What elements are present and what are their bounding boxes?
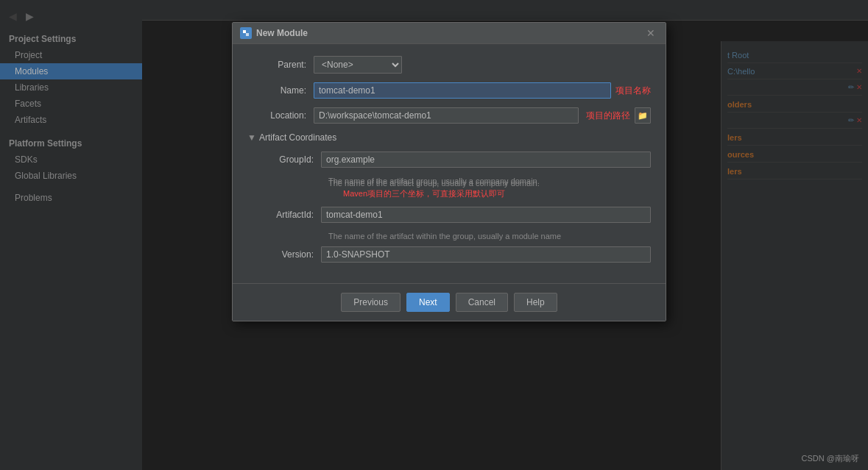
watermark: CSDN @南瑜呀 — [802, 453, 859, 464]
name-input[interactable] — [314, 82, 611, 99]
svg-rect-0 — [243, 30, 246, 33]
name-row: Name: 项目名称 — [247, 82, 651, 99]
svg-rect-1 — [246, 33, 249, 36]
modal-title-left: New Module — [240, 27, 308, 39]
artifactid-input[interactable] — [321, 207, 651, 223]
name-label: Name: — [247, 85, 314, 96]
groupid-hint-text: The name of the artifact group, usually … — [328, 179, 540, 188]
module-icon — [240, 27, 252, 39]
cancel-button[interactable]: Cancel — [456, 293, 508, 312]
version-control — [321, 246, 651, 263]
modal-close-button[interactable]: ✕ — [643, 27, 658, 39]
section-toggle[interactable]: ▼ — [247, 132, 256, 143]
artifact-section-content: GroupId: The name of the artifact group,… — [247, 152, 651, 263]
modal-body: Parent: <None> Name: 项目名称 Location: 项目的路… — [233, 44, 666, 283]
groupid-input[interactable] — [321, 152, 651, 168]
parent-select[interactable]: <None> — [314, 56, 402, 74]
location-control: 项目的路径 📁 — [314, 107, 651, 124]
name-annotation: 项目名称 — [615, 85, 651, 97]
groupid-row: GroupId: — [255, 152, 651, 168]
artifact-section-title: Artifact Coordinates — [259, 132, 336, 143]
artifactid-label: ArtifactId: — [255, 210, 321, 220]
help-button[interactable]: Help — [514, 293, 557, 312]
groupid-control — [321, 152, 651, 168]
artifactid-hint: The name of the artifact within the grou… — [255, 232, 651, 241]
new-module-dialog: New Module ✕ Parent: <None> Name: 项目名称 L… — [232, 22, 666, 321]
groupid-label: GroupId: — [255, 154, 321, 165]
maven-annotation-text: Maven项目的三个坐标，可直接采用默认即可 — [343, 189, 505, 198]
name-control: 项目名称 — [314, 82, 651, 99]
location-label: Location: — [247, 110, 314, 121]
artifactid-row: ArtifactId: — [255, 207, 651, 223]
version-label: Version: — [255, 249, 321, 260]
version-input[interactable] — [321, 246, 651, 263]
previous-button[interactable]: Previous — [341, 293, 401, 312]
modal-footer: Previous Next Cancel Help — [233, 283, 666, 321]
maven-annotation-area: The name of the artifact group, usually … — [255, 178, 651, 199]
location-input[interactable] — [314, 107, 579, 124]
location-annotation: 项目的路径 — [586, 110, 630, 122]
version-row: Version: — [255, 246, 651, 263]
modal-title-bar: New Module ✕ — [233, 23, 666, 44]
modal-title-text: New Module — [256, 28, 308, 38]
parent-label: Parent: — [247, 60, 314, 70]
location-row: Location: 项目的路径 📁 — [247, 107, 651, 124]
next-button[interactable]: Next — [406, 293, 450, 312]
folder-browse-button[interactable]: 📁 — [635, 107, 651, 124]
artifact-section-header: ▼ Artifact Coordinates — [247, 132, 651, 143]
parent-control: <None> — [314, 56, 651, 74]
parent-row: Parent: <None> — [247, 56, 651, 74]
artifactid-control — [321, 207, 651, 223]
